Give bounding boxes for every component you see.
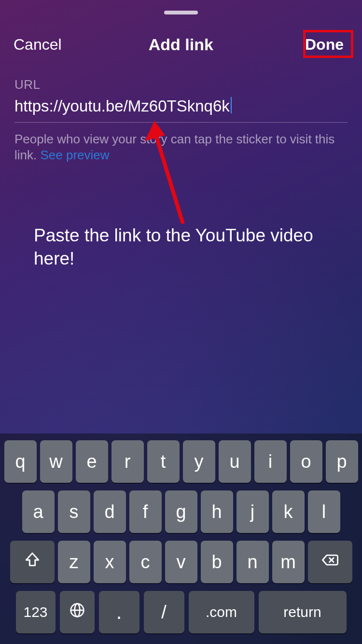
keyboard-row-3: z x c v b n m bbox=[3, 541, 359, 583]
key-e[interactable]: e bbox=[76, 440, 108, 483]
see-preview-link[interactable]: See preview bbox=[40, 148, 109, 162]
key-p[interactable]: p bbox=[326, 440, 358, 483]
key-v[interactable]: v bbox=[165, 541, 197, 583]
keyboard-row-4: 123 . / .com return bbox=[3, 591, 359, 633]
key-shift[interactable] bbox=[10, 541, 55, 583]
url-input[interactable]: https://youtu.be/Mz60TSknq6k bbox=[14, 95, 348, 123]
key-c[interactable]: c bbox=[129, 541, 162, 583]
key-return[interactable]: return bbox=[259, 591, 347, 633]
key-y[interactable]: y bbox=[183, 440, 215, 483]
key-globe[interactable] bbox=[60, 591, 95, 633]
key-j[interactable]: j bbox=[237, 490, 269, 533]
key-b[interactable]: b bbox=[201, 541, 233, 583]
key-h[interactable]: h bbox=[201, 490, 233, 533]
key-u[interactable]: u bbox=[219, 440, 251, 483]
key-f[interactable]: f bbox=[129, 490, 162, 533]
shift-icon bbox=[24, 552, 41, 573]
annotation-text: Paste the link to the YouTube video here… bbox=[34, 224, 333, 270]
url-field-label: URL bbox=[14, 77, 348, 92]
key-n[interactable]: n bbox=[237, 541, 269, 583]
key-i[interactable]: i bbox=[254, 440, 287, 483]
keyboard-row-2: a s d f g h j k l bbox=[3, 490, 359, 533]
url-form: URL https://youtu.be/Mz60TSknq6k People … bbox=[14, 77, 348, 163]
key-k[interactable]: k bbox=[272, 490, 305, 533]
key-backspace[interactable] bbox=[308, 541, 352, 583]
modal-header: Cancel Add link Done bbox=[0, 33, 362, 56]
key-d[interactable]: d bbox=[94, 490, 126, 533]
text-cursor bbox=[231, 97, 232, 113]
key-w[interactable]: w bbox=[40, 440, 72, 483]
key-x[interactable]: x bbox=[94, 541, 126, 583]
key-g[interactable]: g bbox=[165, 490, 197, 533]
key-dotcom[interactable]: .com bbox=[189, 591, 254, 633]
key-t[interactable]: t bbox=[147, 440, 180, 483]
helper-text: People who view your story can tap the s… bbox=[14, 131, 348, 163]
ios-keyboard: q w e r t y u i o p a s d f g h j k l z … bbox=[0, 434, 362, 644]
key-r[interactable]: r bbox=[111, 440, 144, 483]
key-a[interactable]: a bbox=[22, 490, 55, 533]
key-q[interactable]: q bbox=[4, 440, 37, 483]
done-button[interactable]: Done bbox=[300, 33, 348, 56]
backspace-icon bbox=[322, 552, 338, 573]
cancel-button[interactable]: Cancel bbox=[14, 36, 62, 54]
url-input-value: https://youtu.be/Mz60TSknq6k bbox=[14, 97, 230, 115]
key-z[interactable]: z bbox=[58, 541, 90, 583]
key-numbers[interactable]: 123 bbox=[16, 591, 56, 633]
sheet-drag-handle[interactable] bbox=[164, 11, 198, 14]
keyboard-row-1: q w e r t y u i o p bbox=[3, 440, 359, 483]
key-s[interactable]: s bbox=[58, 490, 90, 533]
key-slash[interactable]: / bbox=[144, 591, 184, 633]
key-o[interactable]: o bbox=[290, 440, 322, 483]
key-dot[interactable]: . bbox=[99, 591, 139, 633]
key-l[interactable]: l bbox=[308, 490, 340, 533]
globe-icon bbox=[70, 602, 85, 622]
modal-title: Add link bbox=[149, 35, 213, 54]
key-m[interactable]: m bbox=[272, 541, 305, 583]
